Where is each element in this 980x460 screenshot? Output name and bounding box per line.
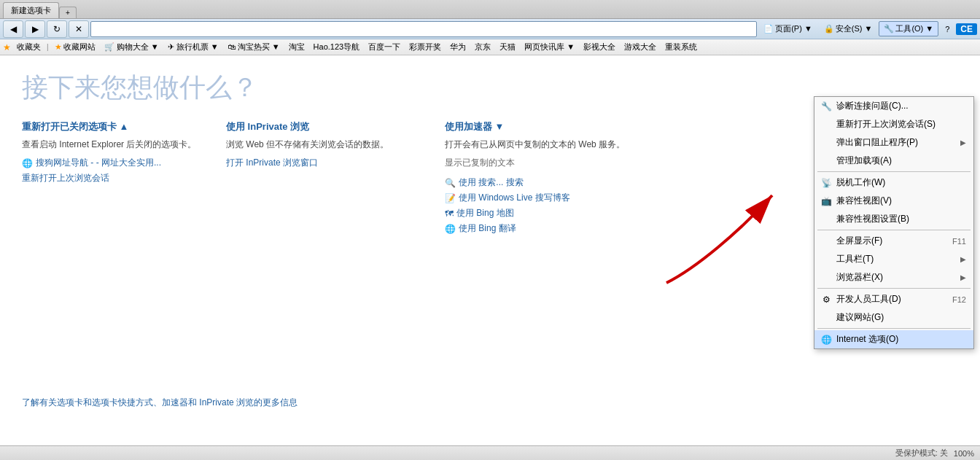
- fav-item-3[interactable]: ✈ 旅行机票 ▼: [165, 41, 222, 53]
- new-tab[interactable]: 新建选项卡: [3, 2, 59, 18]
- menu-item-popup-blocker[interactable]: 弹出窗口阻止程序(P) ▶: [814, 133, 973, 152]
- page-label: 页面(P) ▼: [775, 23, 812, 34]
- refresh-button[interactable]: ↻: [47, 20, 67, 38]
- fav-item-10[interactable]: 京东: [472, 41, 494, 53]
- tools-icon: 🔧: [884, 24, 894, 34]
- link-search-nav[interactable]: 🌐 搜狗网址导航 - - 网址大全实用...: [22, 157, 211, 169]
- search-icon-small: 🔍: [445, 178, 456, 188]
- protected-mode-label: 受保护模式: 关: [895, 448, 948, 459]
- menu-separator-4: [817, 328, 971, 329]
- fav-item-13[interactable]: 影视大全: [580, 41, 618, 53]
- safety-label: 安全(S) ▼: [836, 23, 873, 34]
- favorites-star-icon: ★: [3, 42, 11, 52]
- section-reopen-desc: 查看启动 Internet Explorer 后关闭的选项卡。: [22, 138, 211, 151]
- menu-item-reopen-session[interactable]: 重新打开上次浏览会话(S): [814, 115, 973, 133]
- address-box[interactable]: [90, 21, 757, 37]
- tab-label: 新建选项卡: [11, 6, 51, 15]
- stop-button[interactable]: ✕: [69, 20, 89, 38]
- fav-item-5[interactable]: 淘宝: [286, 41, 308, 53]
- menu-separator-3: [817, 288, 971, 289]
- fav-item-15[interactable]: 重装系统: [662, 41, 700, 53]
- toolbar-row: ◀ ▶ ↻ ✕ 📄 页面(P) ▼ 🔒 安全(S) ▼ 🔧 工具(O) ▼ ? …: [0, 19, 980, 39]
- fav-item-0[interactable]: 收藏夹: [14, 41, 44, 53]
- blog-icon-small: 📝: [445, 193, 456, 203]
- fav-item-6[interactable]: Hao.123导航: [311, 41, 363, 53]
- menu-item-suggest-sites[interactable]: 建议网站(G): [814, 308, 973, 327]
- forward-button[interactable]: ▶: [25, 20, 45, 38]
- map-icon-small: 🗺: [445, 208, 454, 219]
- footer-link[interactable]: 了解有关选项卡和选项卡快捷方式、加速器和 InPrivate 浏览的更多信息: [22, 397, 298, 408]
- link-inprivate[interactable]: 打开 InPrivate 浏览窗口: [226, 157, 430, 169]
- menu-separator-2: [817, 230, 971, 230]
- fav-item-8[interactable]: 彩票开奖: [406, 41, 444, 53]
- section-inprivate-title[interactable]: 使用 InPrivate 浏览: [226, 120, 430, 133]
- safety-icon: 🔒: [824, 24, 834, 34]
- menu-item-manage-addons[interactable]: 管理加载项(A): [814, 152, 973, 170]
- status-bar: 受保护模式: 关 100%: [0, 445, 980, 460]
- section-reopen: 重新打开已关闭选项卡 ▲ 查看启动 Internet Explorer 后关闭的…: [22, 120, 211, 238]
- toolbars-arrow-icon: ▶: [960, 255, 966, 263]
- menu-item-compat-view[interactable]: 📺 兼容性视图(V): [814, 192, 973, 210]
- zoom-level[interactable]: 100%: [954, 449, 974, 458]
- internet-options-icon: 🌐: [820, 334, 832, 346]
- menu-item-explorer-bars[interactable]: 浏览器栏(X) ▶: [814, 268, 973, 286]
- new-tab-button[interactable]: +: [59, 7, 77, 18]
- favorites-bar: ★ 收藏夹 | ★ 收藏网站 🛒 购物大全 ▼ ✈ 旅行机票 ▼ 🛍 淘宝热买 …: [0, 39, 980, 55]
- compat-icon: 📺: [820, 195, 832, 207]
- menu-item-compat-settings[interactable]: 兼容性视图设置(B): [814, 210, 973, 228]
- menu-item-toolbars[interactable]: 工具栏(T) ▶: [814, 250, 973, 268]
- section-inprivate-desc: 浏览 Web 但不存储有关浏览会话的数据。: [226, 138, 430, 151]
- help-button[interactable]: ?: [940, 23, 954, 36]
- tab-bar: 新建选项卡 +: [0, 0, 980, 19]
- fav-item-1[interactable]: ★ 收藏网站: [52, 41, 98, 53]
- menu-item-diagnose[interactable]: 🔧 诊断连接问题(C)...: [814, 97, 973, 115]
- page-icon: 📄: [763, 24, 774, 34]
- menu-item-internet-options[interactable]: 🌐 Internet 选项(O): [814, 330, 973, 348]
- fav-item-14[interactable]: 游戏大全: [621, 41, 659, 53]
- popup-arrow-icon: ▶: [960, 139, 966, 147]
- safety-menu-button[interactable]: 🔒 安全(S) ▼: [819, 21, 878, 36]
- fav-item-9[interactable]: 华为: [447, 41, 469, 53]
- menu-item-offline[interactable]: 📡 脱机工作(W): [814, 174, 973, 192]
- fullscreen-shortcut: F11: [952, 237, 966, 246]
- fav-item-4[interactable]: 🛍 淘宝热买 ▼: [225, 41, 283, 53]
- main-content: 接下来您想做什么？ 重新打开已关闭选项卡 ▲ 查看启动 Internet Exp…: [0, 55, 980, 438]
- address-input[interactable]: [94, 25, 753, 34]
- help-label: ?: [945, 25, 949, 34]
- link-reopen-session[interactable]: 重新打开上次浏览会话: [22, 172, 211, 184]
- section-inprivate: 使用 InPrivate 浏览 浏览 Web 但不存储有关浏览会话的数据。 打开…: [226, 120, 430, 238]
- fav-item-11[interactable]: 天猫: [497, 41, 518, 53]
- page-menu-button[interactable]: 📄 页面(P) ▼: [758, 21, 817, 36]
- menu-item-dev-tools[interactable]: ⚙ 开发人员工具(D) F12: [814, 290, 973, 308]
- tools-menu-button[interactable]: 🔧 工具(O) ▼: [879, 21, 938, 36]
- translate-icon-small: 🌐: [445, 224, 456, 234]
- tools-dropdown-menu: 🔧 诊断连接问题(C)... 重新打开上次浏览会话(S) 弹出窗口阻止程序(P)…: [814, 96, 974, 349]
- fav-item-12[interactable]: 网页快讯库 ▼: [521, 41, 578, 53]
- menu-item-fullscreen[interactable]: 全屏显示(F) F11: [814, 232, 973, 250]
- devtools-shortcut: F12: [952, 295, 966, 304]
- fav-item-7[interactable]: 百度一下: [365, 41, 403, 53]
- devtools-icon: ⚙: [820, 294, 832, 305]
- status-right: 受保护模式: 关 100%: [895, 448, 974, 459]
- explorer-bars-arrow-icon: ▶: [960, 273, 966, 281]
- nav-controls: ◀ ▶ ↻ ✕: [3, 20, 89, 38]
- tools-label: 工具(O) ▼: [895, 23, 933, 34]
- diagnose-icon: 🔧: [820, 101, 832, 112]
- ce-badge: CE: [956, 23, 977, 35]
- offline-icon: 📡: [820, 177, 832, 189]
- page-footer: 了解有关选项卡和选项卡快捷方式、加速器和 InPrivate 浏览的更多信息: [22, 397, 298, 409]
- fav-item-2[interactable]: 🛒 购物大全 ▼: [101, 41, 162, 53]
- section-reopen-title[interactable]: 重新打开已关闭选项卡 ▲: [22, 120, 211, 133]
- globe-icon: 🌐: [22, 158, 33, 168]
- menu-separator-1: [817, 171, 971, 172]
- back-button[interactable]: ◀: [3, 20, 23, 38]
